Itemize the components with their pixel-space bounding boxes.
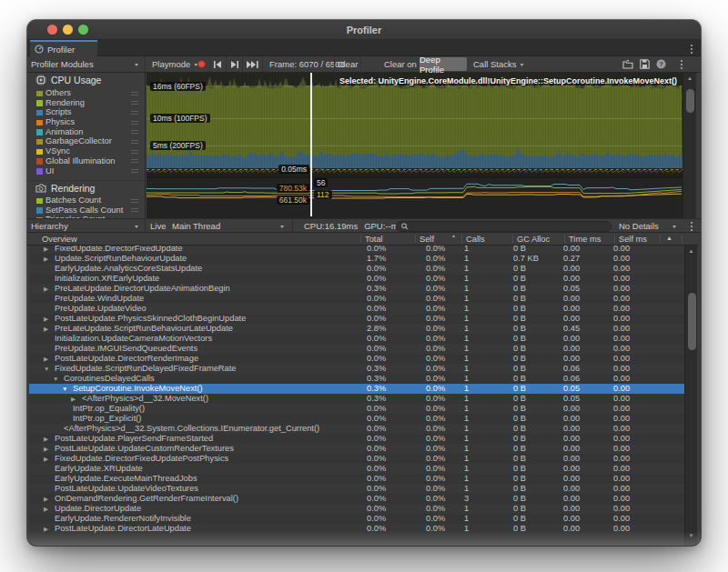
table-row[interactable]: ▶<AfterPhysics>d__32.MoveNext()0.3%0.0%1… <box>29 394 684 404</box>
table-scrollbar[interactable]: ▲ ▼ <box>684 246 697 546</box>
expand-arrow-icon[interactable]: ▶ <box>44 454 48 465</box>
profiler-modules-dropdown[interactable]: Profiler Modules ▼ <box>27 56 146 72</box>
col-total[interactable]: Total <box>365 235 383 244</box>
drag-handle-icon[interactable] <box>131 150 138 154</box>
legend-item[interactable]: Rendering <box>27 98 145 108</box>
search-field[interactable] <box>396 221 612 232</box>
scroll-down-icon[interactable]: ▼ <box>685 531 697 540</box>
expand-arrow-icon[interactable]: ▶ <box>44 354 48 365</box>
table-row[interactable]: ▶PostLateUpdate.UpdateCustomRenderTextur… <box>29 444 684 454</box>
col-calls[interactable]: Calls <box>466 235 485 244</box>
expand-arrow-icon[interactable]: ▶ <box>71 394 76 405</box>
drag-handle-icon[interactable] <box>131 199 138 203</box>
frame-playhead[interactable] <box>310 73 312 216</box>
expand-arrow-icon[interactable]: ▶ <box>44 324 48 335</box>
scroll-up-icon[interactable]: ▲ <box>683 74 696 83</box>
drag-handle-icon[interactable] <box>131 111 138 115</box>
details-dropdown[interactable]: No Details ▼ <box>615 219 681 233</box>
table-row[interactable]: EarlyUpdate.XRUpdate0.0%0.0%10 B0.000.00 <box>29 464 684 474</box>
hierarchy-table[interactable]: ▶FixedUpdate.DirectorFixedUpdate0.0%0.0%… <box>29 246 684 546</box>
drag-handle-icon[interactable] <box>131 208 138 212</box>
expand-arrow-icon[interactable]: ▶ <box>44 314 48 325</box>
col-self-ms[interactable]: Self ms <box>619 235 647 244</box>
module-cpu-header[interactable]: CPU Usage <box>27 73 145 87</box>
legend-item[interactable]: Scripts <box>27 107 145 117</box>
drag-handle-icon[interactable] <box>131 140 138 144</box>
thread-dropdown[interactable]: Main Thread ▼ <box>168 219 293 233</box>
legend-item[interactable]: Animation <box>27 127 145 137</box>
drag-handle-icon[interactable] <box>131 169 138 173</box>
table-row[interactable]: <AfterPhysics>d__32.System.Collections.I… <box>29 424 684 434</box>
legend-item[interactable]: UI <box>27 166 145 176</box>
col-overview[interactable]: Overview <box>42 235 77 244</box>
current-frame-button[interactable] <box>243 56 263 72</box>
table-row[interactable]: PostLateUpdate.UpdateVideoTextures0.0%0.… <box>29 484 684 494</box>
table-row[interactable]: PreUpdate.WindUpdate0.0%0.0%10 B0.000.00 <box>29 294 684 304</box>
table-scrollbar-thumb[interactable] <box>688 293 696 350</box>
warning-column-icon[interactable]: ▲ <box>666 235 672 241</box>
next-frame-button[interactable] <box>227 56 243 72</box>
drag-handle-icon[interactable] <box>131 92 138 95</box>
legend-item[interactable]: VSync <box>27 146 145 156</box>
table-row[interactable]: ▶PostLateUpdate.PhysicsSkinnedClothBegin… <box>29 314 684 324</box>
expand-arrow-icon[interactable]: ▶ <box>44 254 48 265</box>
table-row[interactable]: ▶PostLateUpdate.DirectorRenderImage0.0%0… <box>29 354 684 364</box>
tab-profiler[interactable]: Profiler <box>30 40 97 56</box>
drag-handle-icon[interactable] <box>131 130 138 134</box>
table-row[interactable]: ▶Update.DirectorUpdate0.0%0.0%10 B0.000.… <box>29 504 684 514</box>
table-row[interactable]: PreUpdate.UpdateVideo0.0%0.0%10 B0.000.0… <box>29 304 684 314</box>
tab-menu-icon[interactable] <box>691 45 693 54</box>
table-row[interactable]: EarlyUpdate.RendererNotifyInvisible0.0%0… <box>29 514 684 524</box>
expand-arrow-icon[interactable]: ▶ <box>44 444 48 455</box>
col-self[interactable]: Self <box>420 235 434 244</box>
table-row[interactable]: IntPtr.op_Explicit()0.0%0.0%10 B0.000.00 <box>29 414 684 424</box>
legend-item[interactable]: Global Illumination <box>27 156 145 166</box>
search-input[interactable] <box>411 222 606 231</box>
live-toggle[interactable]: Live <box>148 219 167 233</box>
legend-item[interactable]: SetPass Calls Count <box>27 206 145 216</box>
cpu-usage-chart[interactable]: 16ms (60FPS) 10ms (100FPS) 5ms (200FPS) … <box>147 73 682 176</box>
table-row[interactable]: ▶PreLateUpdate.DirectorUpdateAnimationBe… <box>29 284 684 294</box>
table-row[interactable]: ▶Update.ScriptRunBehaviourUpdate1.7%0.0%… <box>29 254 684 264</box>
chart-scrollbar[interactable]: ▲ <box>682 73 696 218</box>
view-mode-dropdown[interactable]: Hierarchy ▼ <box>27 219 146 233</box>
load-profile-button[interactable] <box>622 56 634 72</box>
table-row[interactable]: ▶OnDemandRendering.GetRenderFrameInterva… <box>29 494 684 504</box>
call-stacks-dropdown[interactable]: Call Stacks ▼ <box>470 56 528 72</box>
help-button[interactable]: ? <box>654 56 667 72</box>
deep-profile-button[interactable]: Deep Profile <box>420 57 467 71</box>
collapse-arrow-icon[interactable]: ▼ <box>44 364 49 375</box>
table-row[interactable]: ▶PostLateUpdate.PlayerSendFrameStarted0.… <box>29 434 684 444</box>
drag-handle-icon[interactable] <box>131 121 138 125</box>
playmode-dropdown[interactable]: Playmode ▼ <box>148 56 192 72</box>
chart-scrollbar-thumb[interactable] <box>686 89 694 113</box>
save-profile-button[interactable] <box>638 56 651 72</box>
clear-button[interactable]: Clear <box>334 56 361 72</box>
legend-item[interactable]: Physics <box>27 117 145 127</box>
expand-arrow-icon[interactable]: ▶ <box>44 434 48 445</box>
prev-frame-button[interactable] <box>210 56 227 72</box>
table-row[interactable]: IntPtr.op_Equality()0.0%0.0%10 B0.000.00 <box>29 404 684 414</box>
table-row[interactable]: EarlyUpdate.ExecuteMainThreadJobs0.0%0.0… <box>29 474 684 484</box>
expand-arrow-icon[interactable]: ▶ <box>44 504 48 515</box>
toolbar-menu-icon[interactable] <box>675 56 688 72</box>
hierarchy-menu-icon[interactable] <box>685 219 698 233</box>
legend-item[interactable]: GarbageCollector <box>27 136 145 146</box>
scroll-up-icon[interactable]: ▲ <box>685 246 697 256</box>
rendering-chart[interactable]: 780.53k 661.50k 56 112 <box>147 178 682 216</box>
table-row[interactable]: Initialization.XREarlyUpdate0.0%0.0%10 B… <box>29 274 684 284</box>
record-button[interactable] <box>194 56 210 72</box>
table-row[interactable]: EarlyUpdate.AnalyticsCoreStatsUpdate0.0%… <box>29 264 684 274</box>
col-time-ms[interactable]: Time ms <box>569 235 601 244</box>
table-row[interactable]: Initialization.UpdateCameraMotionVectors… <box>29 334 684 344</box>
collapse-arrow-icon[interactable]: ▼ <box>53 374 58 385</box>
table-row[interactable]: ▶PreLateUpdate.ScriptRunBehaviourLateUpd… <box>29 324 684 334</box>
expand-arrow-icon[interactable]: ▶ <box>44 284 48 295</box>
table-row[interactable]: ▶FixedUpdate.DirectorFixedUpdate0.0%0.0%… <box>29 246 684 254</box>
table-row[interactable]: PreUpdate.IMGUISendQueuedEvents0.0%0.0%1… <box>29 344 684 354</box>
table-row[interactable]: ▶FixedUpdate.DirectorFixedUpdatePostPhys… <box>29 454 684 464</box>
legend-item[interactable]: Batches Count <box>27 196 145 206</box>
drag-handle-icon[interactable] <box>131 159 138 163</box>
table-row[interactable]: ▶PostLateUpdate.DirectorLateUpdate0.0%0.… <box>29 524 684 534</box>
table-row-selected[interactable]: ▼SetupCoroutine.InvokeMoveNext()0.3%0.0%… <box>29 384 684 394</box>
